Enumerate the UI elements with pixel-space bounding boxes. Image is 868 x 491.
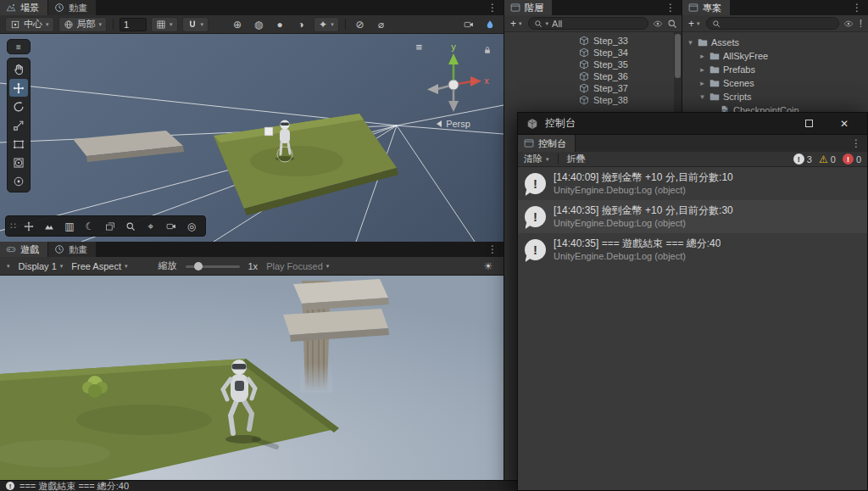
visibility-icon[interactable]: [843, 19, 854, 29]
tab-project[interactable]: 專案: [682, 0, 731, 15]
game-view[interactable]: [0, 276, 504, 480]
hierarchy-item[interactable]: Step_33: [504, 35, 682, 47]
aspect-dropdown[interactable]: Free Aspect ▾: [71, 261, 127, 271]
moon-icon[interactable]: ☾: [81, 218, 99, 234]
frame-icon[interactable]: ⊕: [229, 17, 246, 32]
shading-icon[interactable]: ◍: [250, 17, 267, 32]
space-dropdown[interactable]: 局部 ▾: [58, 17, 108, 32]
drag-handle[interactable]: ∷: [10, 220, 16, 232]
tree-item-scripts[interactable]: ▾Scripts: [682, 90, 868, 103]
rotate-tool-button[interactable]: [9, 98, 28, 115]
caret-down-icon[interactable]: ▾: [687, 38, 694, 47]
lighting-icon[interactable]: ●: [271, 17, 288, 32]
tab-game[interactable]: 遊戲: [0, 242, 48, 257]
rect-tool-button[interactable]: [9, 135, 28, 153]
scene-view[interactable]: ≡ ≡ y x: [0, 34, 504, 242]
info-icon[interactable]: !: [858, 18, 864, 30]
tree-item-assets[interactable]: ▾Assets: [682, 36, 868, 49]
water-toggle-icon[interactable]: [481, 17, 498, 32]
collapse-button[interactable]: 折疊: [567, 153, 586, 165]
project-search-input[interactable]: [706, 17, 839, 30]
close-button[interactable]: ✕: [830, 113, 859, 135]
clear-button[interactable]: 清除 ▾: [524, 153, 549, 165]
search-icon[interactable]: [121, 218, 140, 234]
more-icon[interactable]: ⋮: [481, 0, 504, 15]
scale-tool-button[interactable]: [9, 116, 28, 134]
tree-item-prefabs[interactable]: ▸Prefabs: [682, 63, 868, 76]
scene-gizmo[interactable]: y x Persp: [415, 41, 492, 129]
gizmo-neg-y-cone[interactable]: [448, 101, 459, 112]
search-options-icon[interactable]: [667, 19, 677, 29]
hierarchy-item[interactable]: Step_36: [504, 70, 682, 82]
pivot-dropdown[interactable]: 中心 ▾: [5, 17, 54, 32]
custom-tool-button[interactable]: [9, 172, 28, 190]
snap-dropdown[interactable]: ▾: [182, 17, 209, 32]
skybox-icon[interactable]: ◑: [292, 17, 309, 32]
orientation-gizmo[interactable]: y x: [417, 41, 490, 119]
compass-icon[interactable]: ◎: [182, 218, 201, 234]
layers-icon[interactable]: [101, 218, 120, 234]
hierarchy-search-input[interactable]: ▾ All: [528, 17, 648, 30]
camera-icon[interactable]: [162, 218, 181, 234]
terrain-icon[interactable]: [40, 218, 58, 234]
more-icon[interactable]: ⋮: [481, 242, 504, 257]
tab-console[interactable]: 控制台: [518, 135, 576, 152]
maximize-button[interactable]: [794, 113, 823, 135]
projection-label[interactable]: Persp: [446, 119, 470, 129]
camera-settings-icon[interactable]: [460, 17, 477, 32]
effects-dropdown[interactable]: ✦ ▾: [314, 17, 339, 32]
tab-scene[interactable]: 場景: [0, 0, 48, 15]
hierarchy-item[interactable]: Step_35: [504, 59, 682, 70]
display-dropdown[interactable]: Display 1 ▾: [19, 261, 64, 271]
play-focused-dropdown[interactable]: Play Focused ▾: [266, 261, 329, 271]
error-filter-button[interactable]: ! 0: [843, 153, 861, 165]
tab-hierarchy[interactable]: 階層: [504, 0, 553, 15]
gizmo-neg-x-cone[interactable]: [427, 84, 438, 94]
position-icon[interactable]: ⌖: [142, 218, 160, 234]
more-icon[interactable]: ⋮: [845, 135, 867, 152]
gizmo-x-cone[interactable]: [470, 76, 481, 86]
add-object-button[interactable]: +▾: [509, 18, 524, 30]
caret-right-icon[interactable]: ▸: [698, 79, 706, 87]
zoom-slider[interactable]: [186, 260, 240, 272]
add-asset-button[interactable]: +▾: [687, 18, 702, 30]
scrollbar-thumb[interactable]: [675, 34, 681, 78]
sun-icon[interactable]: ☀: [480, 259, 497, 274]
transform-tool-button[interactable]: [9, 153, 28, 171]
caret-down-icon[interactable]: ▾: [698, 92, 706, 101]
tab-animation[interactable]: 動畫: [48, 0, 97, 15]
audio-mute-icon[interactable]: ⊘: [352, 17, 369, 32]
hierarchy-item[interactable]: Step_37: [504, 82, 682, 94]
more-icon[interactable]: ⋮: [846, 0, 868, 15]
more-icon[interactable]: ⋮: [659, 0, 682, 15]
tree-item-allskyfree[interactable]: ▸AllSkyFree: [682, 49, 868, 63]
gizmo-center[interactable]: [448, 80, 459, 90]
hierarchy-item[interactable]: Step_38: [504, 94, 682, 106]
move-tool-button[interactable]: [9, 79, 28, 97]
grid-snap-dropdown[interactable]: ▾: [151, 17, 178, 32]
overlay-menu-button[interactable]: ≡: [9, 41, 28, 53]
info-filter-button[interactable]: ! 3: [793, 153, 812, 165]
grid-size-input[interactable]: [120, 18, 147, 31]
tree-item-scenes[interactable]: ▸Scenes: [682, 76, 868, 90]
tab-animation-2[interactable]: 動畫: [48, 242, 97, 257]
lock-icon[interactable]: [483, 46, 492, 54]
hierarchy-item[interactable]: Step_34: [504, 47, 682, 59]
log-entry[interactable]: ! [14:40:09] 撿到金幣 +10 分,目前分數:10 UnityEng…: [518, 167, 867, 200]
slider-knob[interactable]: [194, 262, 203, 271]
tab-hierarchy-label: 階層: [525, 2, 543, 14]
log-entry[interactable]: ! [14:40:35] === 遊戲結束 === 總分:40 UnityEng…: [518, 233, 867, 266]
hidden-objects-icon[interactable]: ⌀: [373, 17, 390, 32]
warning-filter-button[interactable]: ⚠ 0: [819, 154, 836, 165]
gizmo-y-cone[interactable]: [448, 53, 459, 64]
game-view-menu[interactable]: ▾: [7, 263, 10, 269]
hand-tool-button[interactable]: [9, 60, 28, 78]
caret-right-icon[interactable]: ▸: [698, 65, 706, 74]
move-overlay-icon[interactable]: [19, 218, 38, 234]
visibility-icon[interactable]: [653, 19, 663, 29]
log-entry[interactable]: ! [14:40:35] 撿到金幣 +10 分,目前分數:30 UnityEng…: [518, 200, 867, 233]
zoom-value: 1x: [248, 261, 259, 271]
grid-bars-icon[interactable]: ▥: [60, 218, 79, 234]
console-titlebar[interactable]: 控制台 ✕: [518, 113, 867, 135]
caret-right-icon[interactable]: ▸: [698, 52, 706, 60]
